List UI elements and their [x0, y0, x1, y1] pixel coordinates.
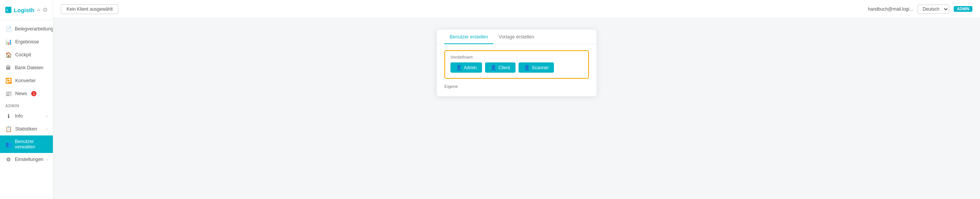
sidebar-label-benutzer-verwalten: Benutzer verwalten	[15, 139, 48, 150]
modal-card: Benutzer erstellen Vorlage erstellen Vor…	[437, 30, 597, 96]
news-icon: 📰	[5, 91, 12, 97]
sidebar-item-bank-dateien[interactable]: 🏛 Bank Dateien	[0, 61, 53, 74]
content-area: Benutzer erstellen Vorlage erstellen Vor…	[53, 18, 980, 199]
konverter-icon: 🔁	[5, 78, 12, 84]
client-btn-icon: 👤	[490, 65, 496, 70]
sidebar-label-info: Info	[15, 113, 23, 119]
role-btn-admin[interactable]: 👤Admin	[450, 62, 482, 73]
scanner-btn-label: Scanner	[532, 65, 549, 70]
sidebar-label-ergebnisse: Ergebnisse	[15, 39, 39, 45]
modal-body: Vordefiniert 👤Admin👤Client👤Scanner Eigen…	[437, 44, 597, 96]
statistiken-icon: 📋	[5, 126, 12, 132]
topbar: Kein Klient ausgewählt handbuch@mail.log…	[53, 0, 980, 18]
settings-icon[interactable]: ⚙	[43, 6, 48, 13]
sidebar-item-einstellungen[interactable]: ⚙ Einstellungen ›	[0, 153, 53, 166]
role-btn-client[interactable]: 👤Client	[485, 62, 515, 73]
sidebar-label-bank-dateien: Bank Dateien	[15, 65, 43, 70]
topbar-user-email: handbuch@mail.logi...	[868, 6, 913, 12]
info-icon: ℹ	[5, 113, 11, 119]
sidebar-label-statistiken: Statistiken	[15, 126, 37, 132]
tab-vorlage-erstellen[interactable]: Vorlage erstellen	[493, 30, 539, 44]
admin-badge: ADMIN	[954, 6, 972, 12]
chevron-einstellungen: ›	[47, 158, 48, 162]
logo-ai-text: AI	[37, 8, 40, 12]
modal-tabs: Benutzer erstellen Vorlage erstellen	[437, 30, 597, 44]
language-select[interactable]: Deutsch English	[918, 5, 949, 14]
sidebar-label-cockpit: Cockpit	[15, 52, 31, 57]
sidebar: L LogisthAI ⚙ 📄 Belegverarbeitung 📊 Erge…	[0, 0, 53, 199]
logo-area: L LogisthAI ⚙	[0, 0, 53, 20]
sidebar-nav: 📄 Belegverarbeitung 📊 Ergebnisse 🏠 Cockp…	[0, 20, 53, 199]
main-area: Kein Klient ausgewählt handbuch@mail.log…	[53, 0, 980, 199]
admin-section-title: ADMIN	[0, 100, 53, 110]
sidebar-item-cockpit[interactable]: 🏠 Cockpit	[0, 48, 53, 61]
tab-benutzer-erstellen[interactable]: Benutzer erstellen	[444, 30, 493, 44]
vordefiniert-buttons: 👤Admin👤Client👤Scanner	[450, 62, 583, 73]
logo-icon: L	[5, 5, 11, 15]
eigene-label: Eigene	[444, 84, 589, 89]
admin-btn-icon: 👤	[456, 65, 462, 70]
sidebar-item-info[interactable]: ℹ Info ›	[0, 110, 53, 123]
client-btn-label: Client	[498, 65, 510, 70]
sidebar-item-ergebnisse[interactable]: 📊 Ergebnisse	[0, 35, 53, 48]
badge-news: 1	[31, 91, 37, 96]
belegverarbeitung-icon: 📄	[5, 26, 11, 32]
vordefiniert-label: Vordefiniert	[450, 55, 583, 59]
chevron-info: ›	[46, 114, 48, 118]
bank-dateien-icon: 🏛	[5, 65, 11, 71]
sidebar-item-benutzer-verwalten[interactable]: 👥 Benutzer verwalten	[0, 135, 53, 153]
sidebar-label-einstellungen: Einstellungen	[15, 157, 43, 162]
role-btn-scanner[interactable]: 👤Scanner	[519, 62, 554, 73]
cockpit-icon: 🏠	[5, 52, 12, 58]
sidebar-label-belegverarbeitung: Belegverarbeitung	[15, 26, 53, 32]
kein-klient-button[interactable]: Kein Klient ausgewählt	[61, 4, 118, 14]
scanner-btn-icon: 👤	[524, 65, 530, 70]
sidebar-label-konverter: Konverter	[15, 78, 36, 83]
vordefiniert-box: Vordefiniert 👤Admin👤Client👤Scanner	[444, 50, 589, 79]
sidebar-item-statistiken[interactable]: 📋 Statistiken ›	[0, 123, 53, 135]
einstellungen-icon: ⚙	[5, 156, 11, 162]
sidebar-item-konverter[interactable]: 🔁 Konverter	[0, 74, 53, 87]
sidebar-item-news[interactable]: 📰 News 1	[0, 87, 53, 100]
svg-text:L: L	[6, 8, 8, 12]
admin-btn-label: Admin	[464, 65, 477, 70]
chevron-statistiken: ›	[46, 127, 48, 131]
logo-text: Logisth	[14, 7, 34, 13]
benutzer-verwalten-icon: 👥	[5, 141, 11, 147]
sidebar-item-belegverarbeitung[interactable]: 📄 Belegverarbeitung	[0, 22, 53, 35]
sidebar-label-news: News	[15, 91, 27, 96]
ergebnisse-icon: 📊	[5, 39, 12, 45]
